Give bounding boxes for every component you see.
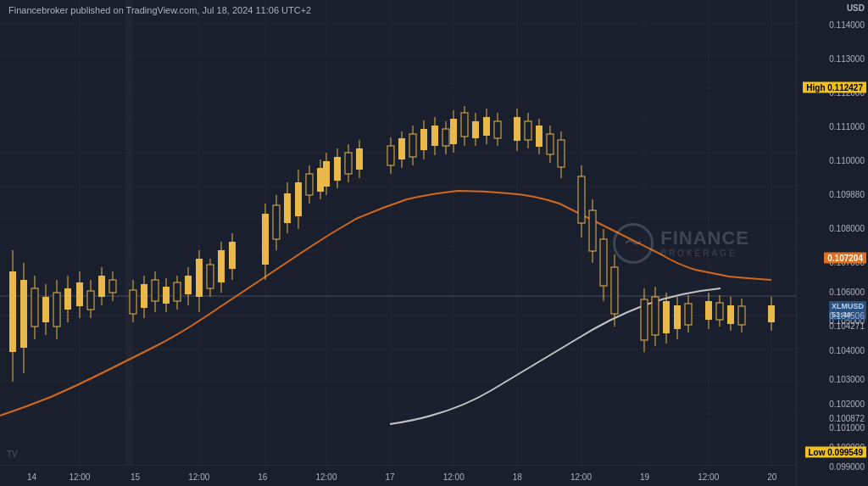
price-axis: USD 0.114000 0.113000 0.112000 0.111000 …	[796, 0, 868, 486]
svg-rect-60	[185, 276, 192, 294]
time-label-16: 16	[258, 472, 267, 482]
svg-rect-108	[483, 117, 490, 136]
svg-rect-106	[472, 121, 479, 138]
svg-rect-114	[525, 121, 531, 140]
time-label-18: 18	[513, 472, 522, 482]
time-label-1200-4: 12:00	[443, 472, 465, 482]
svg-rect-42	[76, 282, 83, 306]
svg-rect-148	[768, 305, 775, 322]
svg-rect-122	[578, 176, 585, 223]
price-label-099: 0.099000	[829, 462, 865, 472]
svg-rect-118	[547, 134, 554, 154]
tv-logo-text: TV	[7, 450, 18, 459]
price-label-106: 0.106000	[829, 287, 865, 296]
svg-rect-74	[284, 193, 291, 223]
watermark-brokerage: BROKERAGE	[660, 249, 749, 258]
svg-rect-40	[64, 288, 71, 310]
svg-rect-116	[536, 126, 542, 147]
current-price-box: 0.107204	[824, 252, 866, 263]
svg-rect-52	[141, 284, 147, 308]
svg-rect-32	[20, 280, 27, 348]
svg-rect-92	[398, 138, 405, 159]
svg-rect-144	[727, 305, 734, 324]
price-label-110: 0.110000	[829, 156, 865, 165]
time-label-14: 14	[27, 472, 36, 482]
svg-rect-68	[229, 242, 236, 269]
high-value: 0.112427	[827, 83, 863, 92]
svg-rect-126	[600, 239, 607, 286]
time-label-15: 15	[131, 472, 140, 482]
price-label-113: 0.113000	[829, 53, 865, 63]
svg-rect-124	[589, 210, 596, 251]
price-label-100872: 0.100872	[829, 413, 865, 422]
price-label-101: 0.101000	[829, 423, 865, 433]
svg-rect-110	[494, 121, 501, 138]
svg-rect-46	[98, 276, 105, 297]
svg-rect-38	[53, 293, 60, 327]
time-label-19: 19	[640, 472, 649, 482]
svg-rect-138	[685, 304, 692, 325]
watermark: 〜 FINANCE BROKERAGE	[613, 223, 749, 264]
time-label-1200-2: 12:00	[188, 472, 209, 482]
svg-rect-100	[442, 129, 449, 146]
xlmusd-text: XLMUSD	[832, 302, 864, 310]
svg-rect-88	[356, 148, 363, 170]
svg-rect-90	[387, 146, 394, 165]
svg-rect-102	[450, 119, 457, 144]
time-label-17: 17	[386, 472, 395, 482]
svg-rect-132	[652, 297, 659, 335]
price-label-104271: 0.104271	[829, 321, 865, 330]
svg-rect-136	[674, 305, 681, 329]
svg-rect-94	[409, 134, 416, 157]
watermark-finance: FINANCE	[660, 228, 749, 249]
svg-rect-56	[163, 287, 170, 304]
svg-rect-134	[663, 301, 670, 333]
current-price-value: 0.107204	[827, 253, 863, 262]
svg-rect-70	[262, 214, 269, 265]
tradingview-logo: TV	[7, 445, 18, 461]
chart-title: Financebroker published on TradingView.c…	[8, 5, 311, 15]
svg-rect-30	[9, 271, 16, 352]
price-label-109880: 0.109880	[829, 190, 865, 199]
svg-rect-146	[738, 306, 745, 325]
time-label-20: 20	[767, 472, 776, 482]
time-label-1200-6: 12:00	[698, 472, 719, 482]
svg-rect-62	[196, 259, 203, 297]
svg-rect-84	[334, 157, 341, 181]
svg-rect-86	[345, 153, 352, 174]
chart-container: Financebroker published on TradingView.c…	[0, 0, 868, 486]
svg-rect-112	[514, 117, 520, 141]
svg-rect-128	[611, 267, 618, 314]
low-value: 0.099549	[827, 447, 863, 456]
svg-rect-64	[207, 265, 214, 288]
svg-rect-66	[218, 250, 225, 282]
price-label-114: 0.114000	[829, 20, 865, 29]
currency-label: USD	[847, 3, 865, 13]
svg-rect-142	[716, 303, 723, 320]
price-label-111: 0.111000	[829, 121, 865, 131]
svg-rect-78	[306, 174, 313, 195]
time-label-1200-5: 12:00	[570, 472, 592, 482]
price-label-102: 0.102000	[829, 399, 865, 408]
watermark-text: FINANCE BROKERAGE	[660, 228, 749, 258]
chart-header: Financebroker published on TradingView.c…	[8, 5, 311, 15]
price-label-104506: 0.104506	[829, 311, 865, 321]
svg-rect-54	[152, 280, 159, 301]
svg-rect-130	[641, 299, 648, 340]
watermark-icon: 〜	[613, 223, 654, 264]
svg-rect-2	[125, 0, 132, 465]
svg-rect-36	[42, 297, 49, 322]
svg-rect-44	[87, 291, 94, 310]
svg-rect-58	[174, 282, 181, 301]
svg-rect-104	[461, 113, 468, 137]
svg-rect-98	[431, 126, 438, 146]
svg-rect-80	[317, 168, 324, 192]
price-label-104: 0.104000	[829, 345, 865, 355]
svg-rect-50	[130, 290, 136, 314]
svg-rect-76	[295, 182, 302, 216]
svg-rect-48	[109, 280, 116, 293]
high-label-box: High 0.112427	[803, 82, 866, 93]
high-label-text: High	[806, 83, 825, 92]
price-label-103: 0.103000	[829, 374, 865, 383]
price-label-108: 0.108000	[829, 224, 865, 233]
